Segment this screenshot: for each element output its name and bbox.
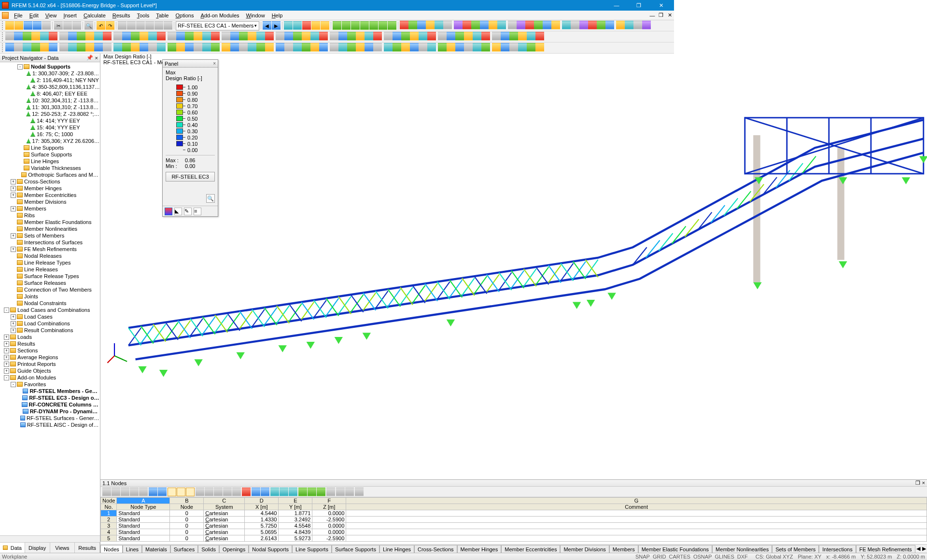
tb1-c[interactable] <box>136 21 145 30</box>
navigator-close-icon[interactable]: × <box>95 55 98 61</box>
tb3-btn-1[interactable] <box>14 43 23 52</box>
tb2-btn-8[interactable] <box>77 32 85 41</box>
tb3-btn-20[interactable] <box>185 43 194 52</box>
tb3-btn-8[interactable] <box>77 43 85 52</box>
tb3-btn-10[interactable] <box>94 43 103 52</box>
tree-item[interactable]: +Member Eccentricities <box>0 192 100 198</box>
tb3-btn-23[interactable] <box>211 43 220 52</box>
tb3-btn-22[interactable] <box>202 43 211 52</box>
tree-item[interactable]: 17: 305,306; XYZ 26.6206,-11.17 <box>0 138 100 144</box>
tb1-tail-btn-26[interactable] <box>633 21 642 29</box>
tree-item[interactable]: 10: 302,304,311; Z -113.8 °; YYY <box>0 97 100 104</box>
tb3-btn-32[interactable] <box>293 43 302 52</box>
tb1-tail-btn-2[interactable] <box>417 21 426 29</box>
tb3-btn-52[interactable] <box>473 43 481 52</box>
tb2-btn-33[interactable] <box>302 32 310 41</box>
tree-item[interactable]: RF-CONCRETE Columns - Des <box>0 401 100 408</box>
tb1-tail-btn-3[interactable] <box>426 21 435 29</box>
tree-item[interactable]: Intersections of Surfaces <box>0 239 100 246</box>
tb1-tail-btn-8[interactable] <box>471 21 480 29</box>
tb3-btn-55[interactable] <box>501 43 509 52</box>
tree-item[interactable]: 15: 404; YYY EEY <box>0 124 100 131</box>
cut-button[interactable]: ✂ <box>54 21 63 30</box>
tb1-tail-btn-0[interactable] <box>400 21 408 29</box>
tb2-btn-29[interactable] <box>265 32 274 41</box>
tb3-btn-13[interactable] <box>122 43 131 52</box>
tb3-btn-38[interactable] <box>347 43 356 52</box>
tb3-btn-11[interactable] <box>103 43 112 52</box>
tb2-btn-20[interactable] <box>185 32 194 41</box>
tb3-btn-4[interactable] <box>40 43 49 52</box>
tb3-btn-5[interactable] <box>49 43 57 52</box>
menu-view[interactable]: View <box>42 12 60 19</box>
tb3-btn-49[interactable] <box>447 43 455 52</box>
tb1-tail-btn-11[interactable] <box>497 21 506 29</box>
tree-item[interactable]: RF-STEEL Members - Genera <box>0 388 100 394</box>
tb3-btn-28[interactable] <box>256 43 265 52</box>
copy-button[interactable] <box>63 21 72 30</box>
menu-help[interactable]: Help <box>268 12 286 19</box>
menu-file[interactable]: File <box>11 12 26 19</box>
tb2-btn-10[interactable] <box>94 32 103 41</box>
tree-item[interactable]: +FE Mesh Refinements <box>0 246 100 252</box>
tb2-btn-4[interactable] <box>40 32 49 41</box>
tb2-btn-18[interactable] <box>168 32 176 41</box>
tb2-btn-53[interactable] <box>481 32 490 41</box>
tree-item[interactable]: Line Hinges <box>0 158 100 165</box>
tb3-btn-19[interactable] <box>176 43 185 52</box>
tb2-btn-52[interactable] <box>473 32 481 41</box>
tb3-btn-2[interactable] <box>23 43 31 52</box>
tree-item[interactable]: -Load Cases and Combinations <box>0 307 100 313</box>
tb1-tail-btn-4[interactable] <box>435 21 443 29</box>
tb2-btn-1[interactable] <box>14 32 23 41</box>
tb3-btn-59[interactable] <box>535 43 544 52</box>
tb1-tail-btn-10[interactable] <box>489 21 497 29</box>
tb2-btn-45[interactable] <box>410 32 419 41</box>
tb3-btn-50[interactable] <box>455 43 464 52</box>
mdi-restore[interactable]: ❐ <box>657 12 665 19</box>
tb2-btn-35[interactable] <box>319 32 328 41</box>
tb2-btn-48[interactable] <box>438 32 447 41</box>
tb1-tail-btn-24[interactable] <box>616 21 625 29</box>
tb2-btn-11[interactable] <box>103 32 112 41</box>
tree-item[interactable]: -Add-on Modules <box>0 374 100 381</box>
window-maximize[interactable]: ❐ <box>628 0 650 11</box>
tb3-btn-39[interactable] <box>356 43 365 52</box>
tb3-btn-7[interactable] <box>68 43 77 52</box>
tb2-btn-3[interactable] <box>31 32 40 41</box>
tb1-tail-btn-19[interactable] <box>571 21 579 29</box>
tb3-btn-46[interactable] <box>419 43 427 52</box>
tb1-g[interactable] <box>284 21 293 30</box>
tree-item[interactable]: Member Divisions <box>0 198 100 205</box>
tb2-btn-6[interactable] <box>59 32 68 41</box>
tree-item[interactable]: Line Supports <box>0 144 100 151</box>
tb2-btn-27[interactable] <box>248 32 256 41</box>
tree-item[interactable]: Connection of Two Members <box>0 286 100 293</box>
tb2-btn-16[interactable] <box>148 32 157 41</box>
tb2-btn-7[interactable] <box>68 32 77 41</box>
tree-item[interactable]: +Load Combinations <box>0 320 100 327</box>
tb2-btn-37[interactable] <box>338 32 347 41</box>
print-button[interactable] <box>42 21 51 30</box>
tb1-n[interactable] <box>351 21 360 30</box>
tb3-btn-9[interactable] <box>85 43 94 52</box>
tb2-btn-51[interactable] <box>464 32 473 41</box>
tree-item[interactable]: +Printout Reports <box>0 361 100 367</box>
tb2-btn-9[interactable] <box>85 32 94 41</box>
new-button[interactable] <box>5 21 14 30</box>
tb2-btn-39[interactable] <box>356 32 365 41</box>
tree-item[interactable]: -Nodal Supports <box>0 63 100 70</box>
tb1-i[interactable] <box>302 21 311 30</box>
menu-calculate[interactable]: Calculate <box>80 12 109 19</box>
paste-button[interactable] <box>72 21 81 30</box>
pin-icon[interactable]: 📌 <box>86 55 93 61</box>
window-minimize[interactable]: — <box>605 0 628 11</box>
tree-item[interactable]: -Favorites <box>0 381 100 388</box>
tb3-btn-14[interactable] <box>131 43 140 52</box>
tb3-btn-57[interactable] <box>518 43 527 52</box>
tb2-btn-47[interactable] <box>427 32 436 41</box>
menu-table[interactable]: Table <box>153 12 172 19</box>
menu-options[interactable]: Options <box>172 12 197 19</box>
tb1-m[interactable] <box>342 21 351 30</box>
tb3-btn-33[interactable] <box>302 43 310 52</box>
